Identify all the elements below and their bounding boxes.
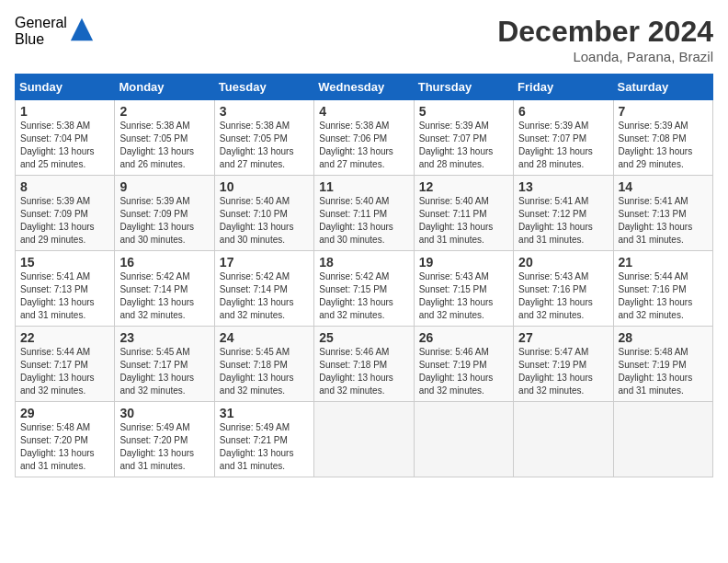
calendar-cell: 8Sunrise: 5:39 AMSunset: 7:09 PMDaylight… bbox=[16, 176, 115, 251]
calendar-cell: 6Sunrise: 5:39 AMSunset: 7:07 PMDaylight… bbox=[514, 100, 613, 176]
calendar-cell bbox=[414, 402, 513, 477]
day-number: 28 bbox=[619, 330, 708, 345]
calendar-header-sunday: Sunday bbox=[16, 75, 115, 100]
day-info: Sunrise: 5:38 AMSunset: 7:05 PMDaylight:… bbox=[119, 120, 209, 171]
day-info: Sunrise: 5:38 AMSunset: 7:06 PMDaylight:… bbox=[319, 120, 408, 171]
calendar-cell: 29Sunrise: 5:48 AMSunset: 7:20 PMDayligh… bbox=[16, 402, 115, 477]
calendar-cell: 28Sunrise: 5:48 AMSunset: 7:19 PMDayligh… bbox=[613, 327, 712, 402]
calendar-cell: 1Sunrise: 5:38 AMSunset: 7:04 PMDaylight… bbox=[16, 100, 115, 176]
day-number: 11 bbox=[319, 179, 408, 194]
calendar-week-1: 1Sunrise: 5:38 AMSunset: 7:04 PMDaylight… bbox=[16, 100, 713, 176]
calendar-cell: 21Sunrise: 5:44 AMSunset: 7:16 PMDayligh… bbox=[613, 251, 712, 327]
calendar-cell: 20Sunrise: 5:43 AMSunset: 7:16 PMDayligh… bbox=[514, 251, 613, 327]
page-header: General Blue December 2024 Loanda, Paran… bbox=[15, 15, 713, 64]
day-number: 23 bbox=[119, 330, 209, 345]
calendar-cell bbox=[514, 402, 613, 477]
svg-marker-0 bbox=[71, 17, 93, 40]
calendar-cell: 18Sunrise: 5:42 AMSunset: 7:15 PMDayligh… bbox=[314, 251, 414, 327]
logo-general: General bbox=[15, 15, 67, 31]
day-info: Sunrise: 5:49 AMSunset: 7:21 PMDaylight:… bbox=[220, 421, 309, 473]
day-number: 14 bbox=[619, 179, 708, 194]
day-info: Sunrise: 5:39 AMSunset: 7:07 PMDaylight:… bbox=[419, 120, 508, 171]
day-info: Sunrise: 5:47 AMSunset: 7:19 PMDaylight:… bbox=[518, 346, 608, 397]
calendar-header-row: SundayMondayTuesdayWednesdayThursdayFrid… bbox=[16, 75, 713, 100]
day-number: 9 bbox=[119, 179, 209, 194]
day-info: Sunrise: 5:41 AMSunset: 7:13 PMDaylight:… bbox=[20, 270, 109, 322]
calendar-header-saturday: Saturday bbox=[613, 75, 712, 100]
calendar-cell: 14Sunrise: 5:41 AMSunset: 7:13 PMDayligh… bbox=[613, 176, 712, 251]
day-number: 5 bbox=[419, 104, 508, 119]
calendar-cell: 5Sunrise: 5:39 AMSunset: 7:07 PMDaylight… bbox=[414, 100, 513, 176]
calendar-week-3: 15Sunrise: 5:41 AMSunset: 7:13 PMDayligh… bbox=[16, 251, 713, 327]
calendar-cell: 4Sunrise: 5:38 AMSunset: 7:06 PMDaylight… bbox=[314, 100, 414, 176]
calendar-cell: 3Sunrise: 5:38 AMSunset: 7:05 PMDaylight… bbox=[214, 100, 313, 176]
day-number: 10 bbox=[220, 179, 309, 194]
day-number: 27 bbox=[518, 330, 608, 345]
day-number: 2 bbox=[119, 104, 209, 119]
day-info: Sunrise: 5:42 AMSunset: 7:14 PMDaylight:… bbox=[119, 270, 209, 322]
day-info: Sunrise: 5:39 AMSunset: 7:09 PMDaylight:… bbox=[119, 195, 209, 247]
day-number: 6 bbox=[518, 104, 608, 119]
calendar-cell: 30Sunrise: 5:49 AMSunset: 7:20 PMDayligh… bbox=[115, 402, 214, 477]
day-info: Sunrise: 5:39 AMSunset: 7:07 PMDaylight:… bbox=[518, 120, 608, 171]
calendar-cell: 23Sunrise: 5:45 AMSunset: 7:17 PMDayligh… bbox=[115, 327, 214, 402]
day-info: Sunrise: 5:41 AMSunset: 7:12 PMDaylight:… bbox=[518, 195, 608, 247]
day-info: Sunrise: 5:43 AMSunset: 7:16 PMDaylight:… bbox=[518, 270, 608, 322]
day-number: 29 bbox=[20, 406, 109, 420]
day-info: Sunrise: 5:39 AMSunset: 7:09 PMDaylight:… bbox=[20, 195, 109, 247]
day-info: Sunrise: 5:46 AMSunset: 7:18 PMDaylight:… bbox=[319, 346, 408, 397]
calendar-cell: 26Sunrise: 5:46 AMSunset: 7:19 PMDayligh… bbox=[414, 327, 513, 402]
calendar-header-monday: Monday bbox=[115, 75, 214, 100]
day-info: Sunrise: 5:44 AMSunset: 7:16 PMDaylight:… bbox=[619, 270, 708, 322]
day-info: Sunrise: 5:40 AMSunset: 7:11 PMDaylight:… bbox=[319, 195, 408, 247]
calendar-cell: 31Sunrise: 5:49 AMSunset: 7:21 PMDayligh… bbox=[214, 402, 313, 477]
calendar-cell bbox=[314, 402, 414, 477]
day-info: Sunrise: 5:38 AMSunset: 7:05 PMDaylight:… bbox=[220, 120, 309, 171]
logo-blue: Blue bbox=[15, 31, 67, 48]
day-number: 24 bbox=[220, 330, 309, 345]
calendar-table: SundayMondayTuesdayWednesdayThursdayFrid… bbox=[15, 74, 713, 477]
calendar-cell: 16Sunrise: 5:42 AMSunset: 7:14 PMDayligh… bbox=[115, 251, 214, 327]
calendar-header-thursday: Thursday bbox=[414, 75, 513, 100]
day-info: Sunrise: 5:45 AMSunset: 7:18 PMDaylight:… bbox=[220, 346, 309, 397]
day-info: Sunrise: 5:48 AMSunset: 7:20 PMDaylight:… bbox=[20, 421, 109, 473]
logo: General Blue bbox=[15, 15, 95, 47]
calendar-week-4: 22Sunrise: 5:44 AMSunset: 7:17 PMDayligh… bbox=[16, 327, 713, 402]
title-area: December 2024 Loanda, Parana, Brazil bbox=[497, 15, 713, 64]
day-number: 21 bbox=[619, 255, 708, 270]
day-info: Sunrise: 5:43 AMSunset: 7:15 PMDaylight:… bbox=[419, 270, 508, 322]
day-number: 31 bbox=[220, 406, 309, 420]
month-title: December 2024 bbox=[497, 15, 713, 49]
calendar-cell: 7Sunrise: 5:39 AMSunset: 7:08 PMDaylight… bbox=[613, 100, 712, 176]
day-number: 8 bbox=[20, 179, 109, 194]
calendar-header-wednesday: Wednesday bbox=[314, 75, 414, 100]
day-number: 16 bbox=[119, 255, 209, 270]
calendar-cell: 25Sunrise: 5:46 AMSunset: 7:18 PMDayligh… bbox=[314, 327, 414, 402]
calendar-cell: 9Sunrise: 5:39 AMSunset: 7:09 PMDaylight… bbox=[115, 176, 214, 251]
day-info: Sunrise: 5:44 AMSunset: 7:17 PMDaylight:… bbox=[20, 346, 109, 397]
day-number: 7 bbox=[619, 104, 708, 119]
day-info: Sunrise: 5:48 AMSunset: 7:19 PMDaylight:… bbox=[619, 346, 708, 397]
day-info: Sunrise: 5:40 AMSunset: 7:11 PMDaylight:… bbox=[419, 195, 508, 247]
calendar-cell: 17Sunrise: 5:42 AMSunset: 7:14 PMDayligh… bbox=[214, 251, 313, 327]
day-number: 1 bbox=[20, 104, 109, 119]
calendar-cell bbox=[613, 402, 712, 477]
calendar-cell: 24Sunrise: 5:45 AMSunset: 7:18 PMDayligh… bbox=[214, 327, 313, 402]
day-info: Sunrise: 5:39 AMSunset: 7:08 PMDaylight:… bbox=[619, 120, 708, 171]
day-number: 3 bbox=[220, 104, 309, 119]
calendar-cell: 11Sunrise: 5:40 AMSunset: 7:11 PMDayligh… bbox=[314, 176, 414, 251]
calendar-cell: 12Sunrise: 5:40 AMSunset: 7:11 PMDayligh… bbox=[414, 176, 513, 251]
day-number: 4 bbox=[319, 104, 408, 119]
logo-icon bbox=[69, 17, 95, 42]
day-number: 26 bbox=[419, 330, 508, 345]
day-info: Sunrise: 5:42 AMSunset: 7:14 PMDaylight:… bbox=[220, 270, 309, 322]
day-number: 18 bbox=[319, 255, 408, 270]
calendar-header-friday: Friday bbox=[514, 75, 613, 100]
day-number: 22 bbox=[20, 330, 109, 345]
calendar-cell: 19Sunrise: 5:43 AMSunset: 7:15 PMDayligh… bbox=[414, 251, 513, 327]
day-info: Sunrise: 5:49 AMSunset: 7:20 PMDaylight:… bbox=[119, 421, 209, 473]
day-number: 17 bbox=[220, 255, 309, 270]
calendar-header-tuesday: Tuesday bbox=[214, 75, 313, 100]
calendar-cell: 15Sunrise: 5:41 AMSunset: 7:13 PMDayligh… bbox=[16, 251, 115, 327]
day-info: Sunrise: 5:46 AMSunset: 7:19 PMDaylight:… bbox=[419, 346, 508, 397]
